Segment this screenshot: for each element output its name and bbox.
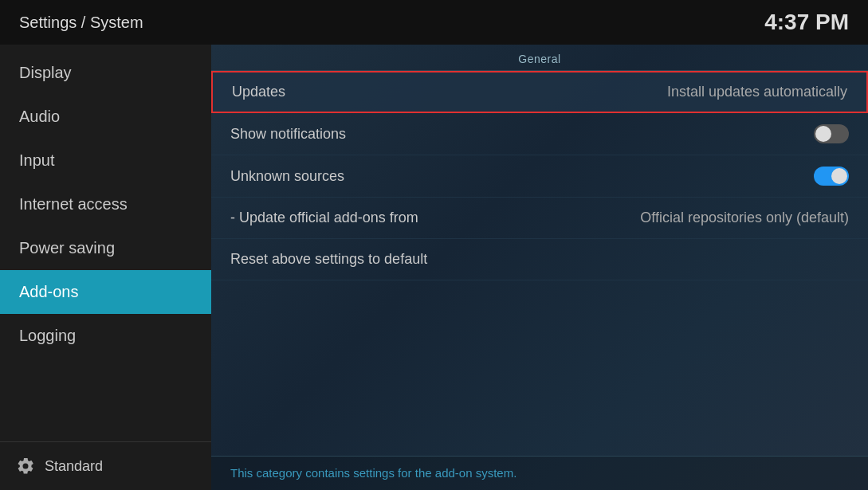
sidebar-item-display[interactable]: Display [0,51,211,95]
settings-list: UpdatesInstall updates automaticallyShow… [211,70,868,280]
sidebar-item-logging[interactable]: Logging [0,314,211,358]
setting-label-show-notifications: Show notifications [230,126,346,143]
section-label: General [211,45,868,70]
gear-icon [16,457,35,476]
setting-row-update-official-addons[interactable]: - Update official add-ons fromOfficial r… [211,198,868,239]
setting-row-show-notifications[interactable]: Show notifications [211,113,868,155]
settings-content: General UpdatesInstall updates automatic… [211,45,868,456]
sidebar: DisplayAudioInputInternet accessPower sa… [0,45,211,490]
sidebar-item-audio[interactable]: Audio [0,95,211,139]
setting-label-updates: Updates [232,84,285,100]
sidebar-item-add-ons[interactable]: Add-ons [0,270,211,314]
sidebar-item-power-saving[interactable]: Power saving [0,226,211,270]
status-text: This category contains settings for the … [230,466,516,480]
main-layout: DisplayAudioInputInternet accessPower sa… [0,45,868,490]
sidebar-item-input[interactable]: Input [0,139,211,182]
toggle-knob-show-notifications [815,126,831,142]
header: Settings / System 4:37 PM [0,0,868,45]
setting-row-reset-settings[interactable]: Reset above settings to default [211,239,868,280]
toggle-unknown-sources[interactable] [814,167,849,186]
content-area: General UpdatesInstall updates automatic… [211,45,868,490]
toggle-knob-unknown-sources [831,168,847,184]
clock: 4:37 PM [764,10,849,35]
status-bar: This category contains settings for the … [211,456,868,490]
setting-row-updates[interactable]: UpdatesInstall updates automatically [211,71,868,113]
difficulty-label: Standard [45,458,103,475]
toggle-show-notifications[interactable] [814,124,849,143]
setting-row-unknown-sources[interactable]: Unknown sources [211,155,868,198]
setting-value-update-official-addons: Official repositories only (default) [640,210,849,226]
setting-value-updates: Install updates automatically [667,84,847,100]
sidebar-nav: DisplayAudioInputInternet accessPower sa… [0,45,211,441]
sidebar-footer: Standard [0,441,211,490]
setting-label-update-official-addons: - Update official add-ons from [230,210,418,226]
sidebar-item-internet-access[interactable]: Internet access [0,182,211,226]
setting-label-reset-settings: Reset above settings to default [230,251,427,268]
page-title: Settings / System [19,14,143,32]
setting-label-unknown-sources: Unknown sources [230,168,344,185]
